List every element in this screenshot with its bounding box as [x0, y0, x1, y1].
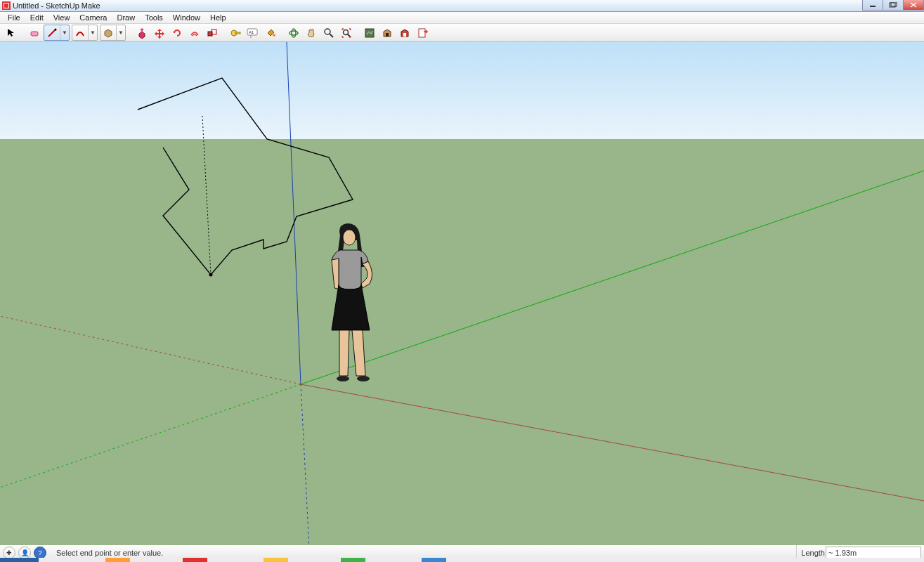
status-hint-text: Select end point or enter value. — [56, 549, 163, 557]
svg-rect-20 — [386, 33, 389, 37]
add-location-button[interactable] — [361, 25, 378, 41]
svg-point-35 — [357, 376, 370, 381]
svg-rect-19 — [365, 29, 374, 37]
title-bar: Untitled - SketchUp Make — [0, 0, 924, 12]
svg-rect-22 — [419, 29, 425, 37]
menu-edit[interactable]: Edit — [25, 13, 48, 22]
svg-point-15 — [289, 31, 298, 35]
svg-rect-3 — [870, 6, 876, 7]
close-button[interactable] — [904, 0, 924, 11]
paint-bucket-button[interactable] — [262, 25, 279, 41]
arc-tool-split-button[interactable]: ▼ — [72, 25, 98, 41]
svg-rect-2 — [4, 4, 8, 8]
app-icon — [2, 1, 11, 10]
svg-rect-21 — [403, 33, 406, 37]
drawing-viewport[interactable] — [0, 42, 924, 545]
move-tool-button[interactable] — [151, 25, 168, 41]
line-tool-split-button[interactable]: ▼ — [44, 25, 70, 41]
scale-tool-button[interactable] — [204, 25, 221, 41]
chevron-down-icon[interactable]: ▼ — [60, 25, 69, 40]
menu-camera[interactable]: Camera — [74, 13, 112, 22]
pan-button[interactable] — [303, 25, 320, 41]
select-tool-button[interactable] — [3, 25, 20, 41]
extension-warehouse-button[interactable] — [396, 25, 413, 41]
svg-point-34 — [337, 376, 349, 381]
chevron-down-icon[interactable]: ▼ — [116, 25, 125, 40]
zoom-button[interactable] — [320, 25, 337, 41]
zoom-extents-button[interactable] — [338, 25, 355, 41]
orbit-button[interactable] — [285, 25, 302, 41]
tape-measure-button[interactable] — [227, 25, 244, 41]
offset-tool-button[interactable] — [186, 25, 203, 41]
svg-point-14 — [273, 34, 275, 37]
svg-point-16 — [292, 29, 296, 37]
menu-window[interactable]: Window — [168, 13, 205, 22]
menu-draw[interactable]: Draw — [112, 13, 140, 22]
svg-text:A1: A1 — [249, 30, 254, 34]
minimize-button[interactable] — [862, 0, 883, 11]
svg-rect-24 — [0, 139, 924, 549]
svg-point-17 — [325, 29, 330, 34]
svg-rect-11 — [235, 32, 240, 34]
menu-bar: File Edit View Camera Draw Tools Window … — [0, 12, 924, 24]
window-controls — [862, 0, 924, 11]
send-to-layout-button[interactable] — [414, 25, 431, 41]
menu-help[interactable]: Help — [205, 13, 231, 22]
rotate-tool-button[interactable] — [169, 25, 186, 41]
eraser-tool-button[interactable] — [26, 25, 43, 41]
pushpull-tool-button[interactable] — [134, 25, 150, 41]
chevron-down-icon[interactable]: ▼ — [88, 25, 97, 40]
text-tool-button[interactable]: A1 — [245, 25, 261, 41]
svg-rect-6 — [31, 32, 38, 36]
os-taskbar-strip — [0, 558, 924, 562]
window-title: Untitled - SketchUp Make — [13, 1, 100, 10]
menu-view[interactable]: View — [48, 13, 75, 22]
main-toolbar: ▼ ▼ ▼ A1 — [0, 24, 924, 42]
svg-point-7 — [55, 28, 57, 30]
svg-point-18 — [344, 30, 349, 34]
svg-point-32 — [209, 273, 213, 277]
svg-point-33 — [343, 230, 356, 245]
menu-tools[interactable]: Tools — [140, 13, 168, 22]
warehouse-3d-button[interactable] — [379, 25, 396, 41]
maximize-button[interactable] — [883, 0, 904, 11]
menu-file[interactable]: File — [3, 13, 25, 22]
svg-rect-23 — [0, 42, 924, 139]
shape-tool-split-button[interactable]: ▼ — [100, 25, 126, 41]
